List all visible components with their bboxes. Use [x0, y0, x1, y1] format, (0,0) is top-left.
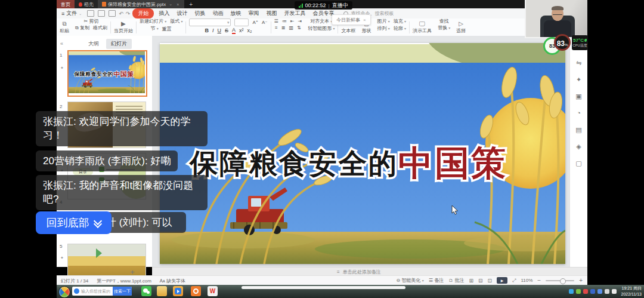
new-slide-button[interactable]: 新建幻灯片 ▾ — [140, 19, 166, 24]
tray-icon[interactable] — [612, 289, 617, 294]
outline-button[interactable]: 轮廓 ▾ — [394, 26, 406, 32]
start-button[interactable] — [58, 286, 70, 298]
notes-toggle[interactable]: ☰ 备注 — [429, 277, 444, 284]
missing-font-item[interactable]: 🗛 缺失字体 — [160, 278, 185, 284]
tab-close-icon[interactable]: × — [175, 2, 180, 7]
superscript-button[interactable]: x² — [239, 28, 244, 33]
save-icon[interactable] — [87, 10, 94, 17]
tray-icon[interactable] — [576, 289, 581, 294]
cut-button[interactable]: ✂ 剪切 — [84, 19, 99, 24]
taskbar-search-button[interactable]: 搜索一下 — [113, 287, 132, 296]
taskbar-search[interactable]: 输入你想搜索的 搜索一下 — [72, 287, 132, 296]
explorer-icon[interactable] — [157, 286, 167, 296]
news-close-icon[interactable]: × — [363, 17, 366, 23]
ribbon-tab[interactable]: 动画 — [209, 9, 227, 18]
sorter-view-icon[interactable]: ⊟ — [478, 278, 483, 284]
replace-button[interactable]: 替换 ▾ — [438, 25, 450, 31]
cpu-temp-widget[interactable]: 57°C CPU温度 — [572, 35, 588, 50]
ribbon-tab[interactable]: 切换 — [191, 9, 209, 18]
new-tab-button[interactable]: + — [184, 0, 197, 8]
slide-canvas[interactable]: 保障粮食安全的中国策 — [152, 36, 569, 267]
font-color-button[interactable]: A — [232, 27, 236, 34]
wps-icon[interactable]: W — [208, 286, 218, 296]
ribbon-tab[interactable]: 插入 — [155, 9, 173, 18]
present-tools-button[interactable]: 🖵 演示工具 — [410, 19, 435, 36]
news-tag[interactable]: 今日新鲜事 × — [332, 14, 371, 25]
outdent-icon[interactable]: ⇤ — [290, 19, 295, 24]
copy-button[interactable]: ⧉ 复制 — [75, 25, 89, 30]
tab-dropdown-icon[interactable]: ⌄ — [168, 2, 174, 7]
picture-button[interactable]: 图片 ▾ — [377, 19, 389, 24]
tray-icon[interactable] — [583, 289, 588, 294]
sidebar-icon[interactable]: ▣ — [575, 93, 581, 100]
ribbon-tab[interactable]: 放映 — [227, 9, 244, 18]
to-smartart-button[interactable]: 转智能图形 ▾ — [308, 26, 335, 32]
recorder-icon[interactable] — [191, 286, 201, 296]
font-name-select[interactable]: ▾ — [189, 19, 231, 26]
redo-icon[interactable]: ↷ — [126, 11, 131, 17]
align-left-icon[interactable]: ≡ — [275, 25, 278, 30]
zoom-in-button[interactable]: + — [579, 278, 583, 284]
tray-icon[interactable] — [590, 289, 595, 294]
current-slide[interactable]: 保障粮食安全的中国策 — [160, 43, 565, 264]
sidebar-icon[interactable]: ◔ — [577, 110, 581, 116]
notes-bar[interactable]: ≡ 单击此处添加备注 — [152, 267, 587, 276]
remote-tool-icon[interactable] — [173, 286, 183, 296]
select-button[interactable]: ▷ 选择 — [453, 19, 469, 36]
strike-button[interactable]: S — [225, 28, 228, 33]
zoom-slider[interactable] — [546, 280, 574, 281]
grow-font-icon[interactable]: A⁺ — [252, 20, 258, 25]
wechat-icon[interactable] — [141, 286, 151, 296]
italic-button[interactable]: I — [212, 28, 214, 33]
normal-view-icon[interactable]: ⊞ — [469, 278, 473, 284]
fit-icon[interactable]: ⤢ — [512, 278, 516, 284]
format-painter-button[interactable]: 格式刷 — [93, 25, 107, 30]
numbering-icon[interactable]: ≔ — [282, 19, 287, 24]
beautify-button[interactable]: ⊖ 智能美化 ▾ — [397, 277, 424, 284]
subscript-button[interactable]: x₂ — [247, 28, 252, 33]
arrange-button[interactable]: 排列 ▾ — [377, 26, 389, 32]
ribbon-tab[interactable]: 视图 — [262, 9, 280, 18]
slideshow-button[interactable]: ▶ — [497, 277, 507, 284]
fill-button[interactable]: 填充 ▾ — [394, 19, 406, 24]
output-icon[interactable] — [98, 10, 105, 17]
tab-home[interactable]: 首页 — [57, 0, 75, 8]
sidebar-icon[interactable]: ◈ — [576, 143, 581, 150]
font-size-select[interactable] — [234, 19, 249, 26]
ribbon-tab[interactable]: 设计 — [173, 9, 191, 18]
ribbon-tab-start[interactable]: 开始 — [132, 8, 154, 19]
line-spacing-icon[interactable]: ⇅ — [297, 25, 301, 30]
tray-icon[interactable] — [605, 289, 609, 294]
tab-docer[interactable]: 稻壳 — [75, 0, 98, 8]
play-from-current-button[interactable]: ▶ 当页开始 — [111, 19, 136, 36]
tab-document[interactable]: 保障粮食安全的中国策.pptx ⌄ × — [98, 0, 184, 8]
ribbon-tab[interactable]: 开发工具 — [280, 9, 309, 18]
zoom-level[interactable]: 110% — [521, 278, 532, 283]
reading-view-icon[interactable]: ⊡ — [487, 278, 492, 284]
ribbon-tab[interactable]: 审阅 — [244, 9, 262, 18]
align-text-button[interactable]: 对齐文本 ▾ — [310, 19, 332, 24]
sidebar-icon[interactable]: ▢ — [575, 160, 581, 167]
tray-icon[interactable] — [597, 289, 602, 294]
columns-icon[interactable]: ▥ — [289, 25, 293, 30]
collapse-panel-icon[interactable]: « — [60, 41, 63, 47]
taskbar-clock[interactable]: 19:21 周日 2022/11/13 — [621, 285, 642, 297]
back-to-bottom-button[interactable]: 回到底部 — [36, 211, 112, 234]
reset-button[interactable]: 重置 — [162, 26, 172, 32]
sidebar-icon[interactable]: ⇋ — [576, 60, 581, 66]
align-center-icon[interactable]: ≣ — [281, 25, 286, 30]
print-icon[interactable] — [109, 10, 116, 17]
shrink-font-icon[interactable]: A⁻ — [262, 20, 268, 25]
bullets-icon[interactable]: ☰ — [274, 19, 278, 24]
sidebar-icon[interactable]: ▤ — [575, 127, 581, 133]
bold-button[interactable]: B — [205, 28, 209, 33]
undo-icon[interactable]: ↶ — [119, 11, 123, 17]
layout-button[interactable]: 版式 ▾ — [170, 19, 182, 24]
comments-toggle[interactable]: 🗅 批注 — [448, 277, 464, 284]
zoom-out-button[interactable]: − — [537, 278, 541, 284]
tab-slides[interactable]: 幻灯片 — [106, 39, 132, 49]
tab-outline[interactable]: 大纲 — [83, 39, 104, 49]
paste-button[interactable]: ⧉ 粘贴 — [57, 19, 72, 36]
indent-icon[interactable]: ⇥ — [298, 19, 302, 24]
file-menu[interactable]: ≡ 文件 ⌄ — [57, 10, 85, 17]
